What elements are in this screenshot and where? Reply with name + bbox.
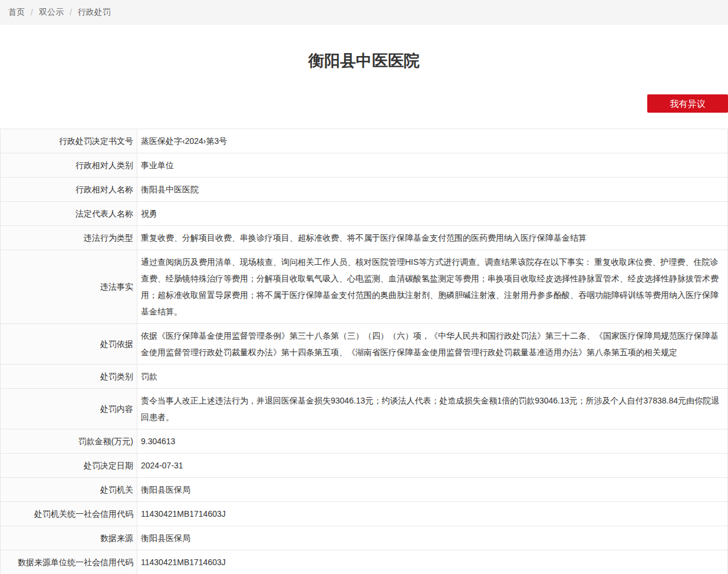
row-label-decision-date: 处罚决定日期: [1, 454, 137, 478]
breadcrumb-item-admin-penalty: 行政处罚: [78, 7, 111, 18]
breadcrumb-separator: /: [70, 8, 72, 17]
row-value-fine-amount: 9.304613: [137, 429, 728, 454]
breadcrumb-item-home[interactable]: 首页: [8, 7, 25, 18]
table-row: 处罚依据 依据《医疗保障基金使用监督管理条例》第三十八条第（三）（四）（六）项，…: [1, 324, 728, 365]
row-value-penalty-category: 罚款: [137, 365, 728, 389]
row-value-penalty-content: 责令当事人改正上述违法行为，并退回医保基金损失93046.13元；约谈法人代表；…: [137, 389, 728, 429]
row-label-legal-representative: 法定代表人名称: [1, 202, 137, 226]
row-label-penalty-content: 处罚内容: [1, 389, 137, 429]
table-row: 行政处罚决定书文号 蒸医保处字‹2024›第3号: [1, 129, 728, 153]
row-label-authority-credit-code: 处罚机关统一社会信用代码: [1, 502, 137, 526]
row-value-counterpart-name: 衡阳县中医医院: [137, 178, 728, 202]
table-row: 处罚内容 责令当事人改正上述违法行为，并退回医保基金损失93046.13元；约谈…: [1, 389, 728, 429]
row-label-penalty-authority: 处罚机关: [1, 478, 137, 502]
row-value-decision-doc-number: 蒸医保处字‹2024›第3号: [137, 129, 728, 153]
table-row: 处罚决定日期 2024-07-31: [1, 454, 728, 478]
row-value-penalty-authority: 衡阳县医保局: [137, 478, 728, 502]
row-value-violation-type: 重复收费、分解项目收费、串换诊疗项目、超标准收费、将不属于医疗保障基金支付范围的…: [137, 226, 728, 250]
row-label-penalty-category: 处罚类别: [1, 365, 137, 389]
row-label-counterpart-name: 行政相对人名称: [1, 178, 137, 202]
table-row: 行政相对人类别 事业单位: [1, 153, 728, 178]
table-row: 处罚机关 衡阳县医保局: [1, 478, 728, 502]
breadcrumb: 首页 / 双公示 / 行政处罚: [0, 0, 728, 25]
row-label-counterpart-type: 行政相对人类别: [1, 153, 137, 178]
breadcrumb-separator: /: [31, 8, 33, 17]
row-value-decision-date: 2024-07-31: [137, 454, 728, 478]
table-row: 违法事实 通过查阅病历及费用清单、现场核查、询问相关工作人员、核对医院管理HIS…: [1, 250, 728, 324]
row-value-source-unit-credit-code: 11430421MB1714603J: [137, 550, 728, 574]
row-label-violation-facts: 违法事实: [1, 250, 137, 324]
table-row: 违法行为类型 重复收费、分解项目收费、串换诊疗项目、超标准收费、将不属于医疗保障…: [1, 226, 728, 250]
table-row: 法定代表人名称 祝勇: [1, 202, 728, 226]
table-row: 处罚机关统一社会信用代码 11430421MB1714603J: [1, 502, 728, 526]
row-value-data-source: 衡阳县医保局: [137, 526, 728, 550]
table-row: 处罚类别 罚款: [1, 365, 728, 389]
button-row: 我有异议: [0, 94, 728, 113]
table-row: 数据来源单位统一社会信用代码 11430421MB1714603J: [1, 550, 728, 574]
row-value-authority-credit-code: 11430421MB1714603J: [137, 502, 728, 526]
table-row: 罚款金额(万元) 9.304613: [1, 429, 728, 454]
page-title: 衡阳县中医医院: [0, 52, 728, 70]
row-label-violation-type: 违法行为类型: [1, 226, 137, 250]
row-value-violation-facts: 通过查阅病历及费用清单、现场核查、询问相关工作人员、核对医院管理HIS等方式进行…: [137, 250, 728, 324]
row-value-counterpart-type: 事业单位: [137, 153, 728, 178]
row-label-penalty-basis: 处罚依据: [1, 324, 137, 365]
table-row: 数据来源 衡阳县医保局: [1, 526, 728, 550]
dispute-button[interactable]: 我有异议: [647, 94, 728, 113]
row-label-fine-amount: 罚款金额(万元): [1, 429, 137, 454]
row-value-legal-representative: 祝勇: [137, 202, 728, 226]
row-value-penalty-basis: 依据《医疗保障基金使用监督管理条例》第三十八条第（三）（四）（六）项，《中华人民…: [137, 324, 728, 365]
row-label-data-source: 数据来源: [1, 526, 137, 550]
row-label-decision-doc-number: 行政处罚决定书文号: [1, 129, 137, 153]
table-row: 行政相对人名称 衡阳县中医医院: [1, 178, 728, 202]
breadcrumb-item-dual-publicity[interactable]: 双公示: [39, 7, 64, 18]
row-label-source-unit-credit-code: 数据来源单位统一社会信用代码: [1, 550, 137, 574]
penalty-detail-table: 行政处罚决定书文号 蒸医保处字‹2024›第3号 行政相对人类别 事业单位 行政…: [0, 129, 728, 574]
